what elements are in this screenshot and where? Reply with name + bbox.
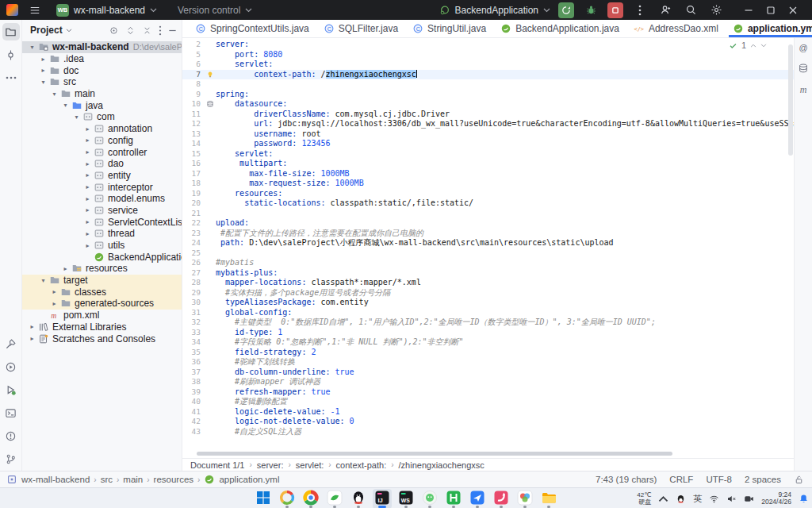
code-line-5[interactable]: 5 port: 8080 (182, 50, 794, 60)
minimize-button[interactable] (737, 0, 760, 20)
maximize-button[interactable] (760, 0, 782, 20)
tree-item-resources[interactable]: ▸resources (22, 263, 182, 275)
code-line-35[interactable]: 35 field-strategy: 2 (182, 348, 794, 358)
horizontal-scrollbar[interactable] (197, 452, 672, 456)
chevron-closed-icon[interactable]: ▸ (82, 137, 93, 144)
line-number[interactable]: 10 (182, 99, 204, 110)
chevron-closed-icon[interactable]: ▸ (82, 230, 93, 237)
tree-item-pom-xml[interactable]: mpom.xml (22, 310, 182, 321)
taskbar-app-browser-360[interactable] (278, 489, 297, 508)
taskbar-app-red-arrow-app[interactable] (492, 489, 511, 508)
breadcrumb-item-context-path[interactable]: context-path: (336, 460, 387, 470)
taskbar-app-file-explorer[interactable] (539, 489, 558, 508)
problems-tool-icon[interactable] (2, 427, 20, 444)
breadcrumb-item-servlet[interactable]: servlet: (296, 460, 324, 470)
locate-file-icon[interactable] (109, 25, 119, 36)
inspections-widget[interactable]: 1 (729, 40, 767, 50)
chevron-open-icon[interactable]: ▾ (38, 277, 48, 284)
code-line-25[interactable]: 25 (182, 248, 794, 259)
chevron-closed-icon[interactable]: ▸ (38, 67, 48, 74)
line-number[interactable]: 9 (182, 90, 204, 100)
tree-item-generated-sources[interactable]: ▸generated-sources (22, 298, 182, 310)
code-line-21[interactable]: 21 (182, 209, 794, 219)
chevron-closed-icon[interactable]: ▸ (49, 288, 59, 295)
code-line-7[interactable]: 7 context-path: /zhinengxiaochengxsc (182, 70, 794, 80)
code-line-34[interactable]: 34 #字段策略 0:"忽略判断",1:"非 NULL 判断"),2:"非空判断… (182, 337, 794, 348)
tree-item-wx-mall-backend[interactable]: ▾wx-mall-backendD:\dev\saleProject\小程序商城 (22, 41, 182, 53)
tree-item-external-libraries[interactable]: ▸External Libraries (22, 321, 182, 333)
code-line-20[interactable]: 20 static-locations: classpath:static/,f… (182, 198, 794, 209)
status-path-main[interactable]: main (123, 475, 143, 484)
chevron-open-icon[interactable]: ▾ (27, 44, 37, 51)
build-tool-icon[interactable] (2, 335, 20, 352)
status-path-application-yml[interactable]: application.yml (219, 475, 279, 484)
line-number[interactable]: 23 (182, 229, 204, 239)
line-number[interactable]: 28 (182, 278, 204, 288)
run-configuration-selector[interactable]: BackendApplication (439, 5, 550, 16)
intention-bulb-icon[interactable] (204, 70, 216, 80)
line-number[interactable]: 19 (182, 189, 204, 199)
line-number[interactable]: 18 (182, 179, 204, 189)
taskbar-app-blue-plane-app[interactable] (468, 489, 487, 508)
chevron-closed-icon[interactable]: ▸ (82, 171, 93, 179)
line-number[interactable]: 7 (182, 70, 204, 80)
line-number[interactable]: 16 (182, 159, 204, 169)
code-line-24[interactable]: 24 path: D:\dev\saleProject\小程序商城\wx-mal… (182, 238, 794, 248)
chevron-open-icon[interactable]: ▾ (49, 90, 59, 98)
line-number[interactable]: 40 (182, 397, 204, 407)
tray-app-icon[interactable] (744, 494, 754, 504)
chevron-closed-icon[interactable]: ▸ (82, 148, 93, 156)
code-line-10[interactable]: 10 datasource: (182, 99, 794, 110)
code-line-12[interactable]: 12 url: jdbc:mysql://localhost:3306/db_w… (182, 119, 794, 129)
code-line-14[interactable]: 14 password: 123456 (182, 139, 794, 149)
tab-springcontextutils-java[interactable]: CSpringContextUtils.java (188, 20, 316, 37)
tree-item-controller[interactable]: ▸controller (22, 146, 182, 158)
line-number[interactable]: 31 (182, 308, 204, 318)
line-number[interactable]: 15 (182, 149, 204, 160)
breadcrumb-item-server[interactable]: server: (257, 460, 284, 470)
chevron-closed-icon[interactable]: ▸ (27, 323, 37, 330)
code-line-28[interactable]: 28 mapper-locations: classpath*:mapper/*… (182, 278, 794, 288)
chevron-open-icon[interactable]: ▾ (38, 79, 48, 86)
chevron-closed-icon[interactable]: ▸ (49, 300, 59, 307)
code-line-2[interactable]: 2server: (182, 40, 794, 50)
qq-tray-icon[interactable] (676, 494, 686, 504)
terminal-tool-icon[interactable] (2, 404, 20, 421)
tree-item-entity[interactable]: ▸entity (22, 170, 182, 182)
tree-item-dao[interactable]: ▸dao (22, 158, 182, 170)
chevron-closed-icon[interactable]: ▸ (82, 206, 93, 214)
taskbar-clock[interactable]: 9:24 2024/4/26 (761, 491, 791, 506)
line-number[interactable]: 13 (182, 129, 204, 140)
chevron-closed-icon[interactable]: ▸ (82, 160, 93, 167)
breadcrumb-item-document-1-1[interactable]: Document 1/1 (190, 460, 244, 470)
code-line-6[interactable]: 6 servlet: (182, 60, 794, 70)
code-line-36[interactable]: 36 #驼峰下划线转换 (182, 357, 794, 368)
indent-setting[interactable]: 2 spaces (745, 475, 781, 484)
line-number[interactable]: 6 (182, 60, 204, 70)
line-number[interactable]: 42 (182, 417, 204, 427)
chevron-closed-icon[interactable]: ▸ (82, 183, 93, 190)
code-line-41[interactable]: 41 logic-delete-value: -1 (182, 407, 794, 418)
panel-options-kebab-icon[interactable] (159, 25, 162, 36)
code-line-43[interactable]: 43 #自定义SQL注入器 (182, 427, 794, 437)
tree-item-src[interactable]: ▾src (22, 76, 182, 88)
taskbar-app-green-note-app[interactable] (325, 489, 344, 508)
line-number[interactable]: 21 (182, 209, 204, 219)
tree-item-servletcontextlistener[interactable]: ▸ServletContextListener (22, 216, 182, 228)
taskbar-app-windows-start[interactable] (254, 489, 273, 508)
expand-collapse-icon[interactable] (125, 25, 136, 36)
code-line-30[interactable]: 30 typeAliasesPackage: com.entity (182, 298, 794, 308)
code-line-27[interactable]: 27mybatis-plus: (182, 268, 794, 279)
tree-item-backendapplication[interactable]: BackendApplication (22, 251, 182, 263)
line-number[interactable]: 12 (182, 119, 204, 129)
chevron-closed-icon[interactable]: ▸ (82, 242, 93, 249)
wifi-icon[interactable] (709, 494, 719, 504)
collapse-all-icon[interactable] (142, 25, 152, 36)
code-line-31[interactable]: 31 global-config: (182, 308, 794, 318)
line-number[interactable]: 33 (182, 328, 204, 338)
code-line-38[interactable]: 38 #刷新mapper 调试神器 (182, 377, 794, 387)
code-line-33[interactable]: 33 id-type: 1 (182, 328, 794, 338)
stop-button[interactable] (607, 2, 623, 18)
line-number[interactable]: 17 (182, 169, 204, 179)
code-line-19[interactable]: 19 resources: (182, 189, 794, 199)
